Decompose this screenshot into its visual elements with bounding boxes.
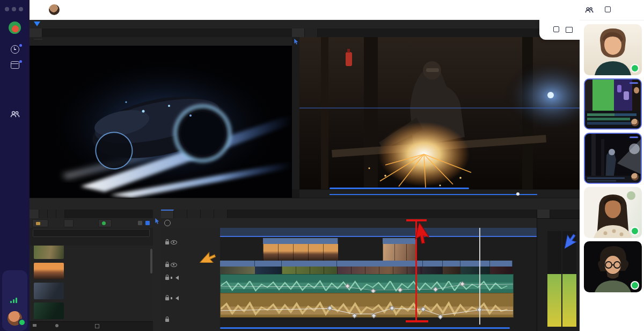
import-button[interactable] — [32, 219, 48, 227]
clip-video1[interactable] — [490, 261, 513, 274]
eye-icon[interactable] — [171, 240, 177, 244]
shared-content — [632, 80, 641, 111]
viewer-toolstrip — [292, 37, 300, 189]
media-search-input[interactable] — [33, 229, 150, 237]
templates-button[interactable] — [64, 219, 74, 227]
tab-clip[interactable] — [214, 210, 228, 218]
clip-thumbnails — [423, 267, 443, 274]
editor-toolstrip — [153, 210, 162, 331]
inout-range-bar[interactable] — [330, 188, 469, 189]
hitfilm-menubar — [30, 20, 580, 29]
ruler-range-line — [220, 236, 537, 237]
popout-icon[interactable] — [553, 26, 559, 33]
clip-video1[interactable] — [460, 261, 490, 274]
participant-tile-4[interactable] — [584, 187, 642, 238]
eye-icon[interactable] — [171, 263, 177, 267]
tab-trimmer[interactable] — [30, 28, 42, 37]
tab-clip[interactable] — [201, 210, 214, 218]
lock-icon[interactable] — [165, 297, 169, 300]
new-icon — [102, 221, 106, 225]
participants-icon[interactable] — [585, 6, 594, 16]
clip-video1[interactable] — [282, 261, 337, 274]
clip-video1[interactable] — [423, 261, 443, 274]
window-dot-3[interactable] — [19, 7, 23, 11]
clip-thumbnails — [263, 244, 338, 261]
media-item[interactable] — [30, 282, 153, 301]
speaker-icon[interactable] — [175, 296, 179, 300]
grid-view-icon[interactable] — [145, 221, 150, 225]
window-dot-1[interactable] — [5, 7, 9, 11]
clip-video2-1[interactable] — [263, 238, 338, 261]
trimmer-filename[interactable] — [34, 39, 42, 40]
tab-history[interactable] — [56, 210, 65, 218]
clip-thumbnail — [34, 303, 64, 319]
window-dot-2[interactable] — [12, 7, 16, 11]
tracks-sidebar — [161, 228, 221, 331]
media-item[interactable] — [30, 262, 153, 281]
participant-tile-5[interactable] — [584, 241, 642, 292]
presenter-mini-avatar — [631, 173, 639, 181]
recent-icon[interactable] — [0, 45, 30, 56]
hitfilm-window — [30, 20, 580, 331]
tab-meters[interactable] — [537, 210, 550, 218]
tab-clip[interactable] — [174, 210, 187, 218]
seek-knob[interactable] — [516, 192, 519, 196]
presenter-mini-avatar — [631, 119, 639, 126]
list-view-icon[interactable] — [138, 221, 142, 225]
status-dot — [18, 319, 26, 326]
media-toolbar — [30, 218, 153, 228]
viewer-preview[interactable] — [299, 37, 580, 189]
live-badge — [630, 136, 638, 138]
clip-video1[interactable] — [255, 261, 282, 274]
clip-video1[interactable] — [337, 261, 423, 274]
media-item[interactable] — [30, 246, 153, 261]
live-badge — [630, 82, 638, 84]
select-tool-icon[interactable] — [153, 218, 161, 225]
track-video1[interactable] — [165, 262, 177, 268]
timeline-hscrollbar[interactable] — [220, 327, 510, 329]
playhead[interactable] — [479, 228, 480, 325]
timeline-ruler[interactable] — [220, 228, 537, 236]
participant-tile-1[interactable] — [584, 24, 642, 75]
clip-audio2[interactable] — [220, 293, 514, 318]
lock-icon[interactable] — [165, 264, 169, 267]
track-master[interactable] — [165, 317, 179, 323]
lock-icon[interactable] — [165, 277, 169, 280]
tab-clip[interactable] — [187, 210, 201, 218]
media-item[interactable] — [30, 301, 153, 321]
seek-line[interactable] — [330, 194, 537, 195]
clip-video1[interactable] — [220, 261, 255, 274]
tab-viewer[interactable] — [292, 28, 305, 37]
fullscreen-icon[interactable] — [566, 27, 573, 33]
speaker-icon[interactable] — [175, 276, 179, 280]
tab-effects[interactable] — [39, 210, 48, 218]
meter-bar-right — [562, 274, 576, 327]
lock-icon[interactable] — [165, 319, 169, 322]
timeline[interactable] — [220, 228, 537, 331]
tab-export[interactable] — [305, 28, 318, 37]
calendar-icon[interactable] — [0, 61, 30, 71]
track-audio1[interactable] — [165, 275, 179, 281]
scrollbar[interactable] — [150, 249, 152, 274]
clip-video2-2[interactable] — [383, 238, 417, 261]
workspace-logo[interactable] — [9, 21, 21, 34]
status-dot — [631, 64, 639, 73]
clip-video1[interactable] — [443, 261, 460, 274]
select-tool-icon[interactable] — [292, 39, 300, 46]
new-button[interactable] — [98, 219, 112, 227]
track-video2[interactable] — [165, 240, 177, 246]
participant-tile-3[interactable] — [584, 133, 642, 184]
tab-media[interactable] — [30, 210, 39, 218]
people-icon[interactable] — [0, 110, 30, 120]
lock-icon[interactable] — [165, 241, 169, 244]
clip-thumbnails — [490, 267, 513, 274]
signal-icon — [10, 301, 12, 303]
screens-icon[interactable] — [605, 6, 611, 12]
clip-audio1[interactable] — [220, 274, 514, 294]
tab-editor[interactable] — [161, 210, 174, 218]
track-audio2[interactable] — [165, 296, 179, 301]
trimmer-preview[interactable] — [30, 46, 292, 198]
participant-tile-2[interactable] — [584, 78, 642, 129]
tab-controls[interactable] — [48, 210, 56, 218]
meters-tabbar — [537, 210, 580, 219]
